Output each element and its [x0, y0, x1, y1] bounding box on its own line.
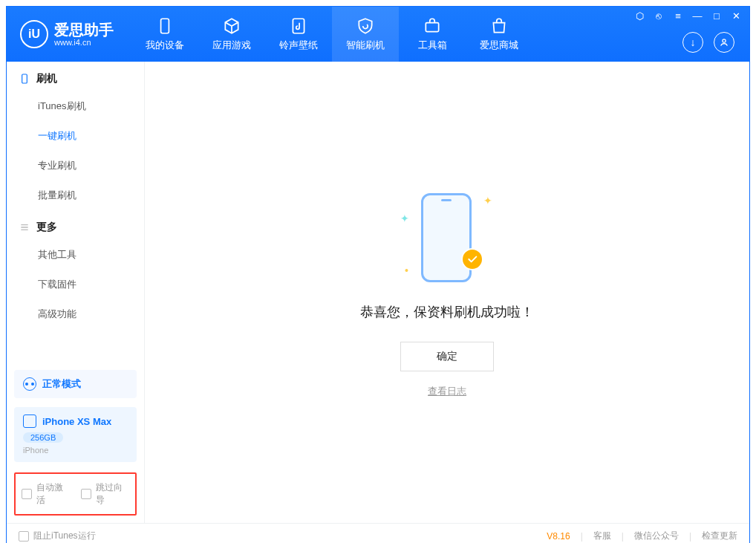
svg-point-3 — [723, 39, 726, 42]
separator: | — [622, 531, 624, 542]
device-icon — [19, 73, 30, 85]
svg-rect-4 — [22, 74, 27, 83]
version-label: V8.16 — [547, 531, 570, 542]
checkbox-icon[interactable] — [22, 489, 32, 499]
skip-guide-option[interactable]: 跳过向导 — [81, 481, 130, 507]
support-link[interactable]: 客服 — [593, 530, 611, 542]
list-icon — [19, 221, 30, 233]
separator: | — [689, 531, 691, 542]
header: iU 爱思助手 www.i4.cn 我的设备 应用游戏 铃声壁纸 智能刷机 — [7, 7, 749, 62]
minimize-button[interactable]: — — [691, 10, 703, 22]
brand-subtitle: www.i4.cn — [54, 38, 114, 47]
main-panel: ✦ ✦ • 恭喜您，保资料刷机成功啦！ 确定 查看日志 — [145, 62, 749, 523]
brand-logo-icon: iU — [20, 20, 48, 48]
sidebar-item-download-firmware[interactable]: 下载固件 — [7, 270, 144, 299]
sidebar-item-advanced[interactable]: 高级功能 — [7, 299, 144, 329]
window-controls: ⬡ ⎋ ≡ — □ ✕ — [633, 10, 742, 22]
sidebar-group-flash: 刷机 — [7, 62, 144, 91]
block-itunes-option[interactable]: 阻止iTunes运行 — [19, 530, 96, 542]
separator: | — [581, 531, 583, 542]
tab-my-device[interactable]: 我的设备 — [131, 7, 198, 62]
maximize-button[interactable]: □ — [711, 10, 723, 22]
tab-label: 铃声壁纸 — [279, 39, 318, 52]
sidebar-group-more: 更多 — [7, 210, 144, 240]
mode-label: 正常模式 — [42, 377, 81, 391]
success-message: 恭喜您，保资料刷机成功啦！ — [360, 303, 534, 321]
tab-label: 爱思商城 — [480, 39, 518, 52]
tab-ringtones[interactable]: 铃声壁纸 — [265, 7, 332, 62]
sidebar: 刷机 iTunes刷机 一键刷机 专业刷机 批量刷机 更多 其他工具 下载固件 … — [7, 62, 145, 523]
shirt-icon[interactable]: ⬡ — [633, 10, 645, 22]
close-button[interactable]: ✕ — [730, 10, 742, 22]
tab-label: 我的设备 — [146, 39, 184, 52]
tab-label: 工具箱 — [418, 39, 447, 52]
app-window: iU 爱思助手 www.i4.cn 我的设备 应用游戏 铃声壁纸 智能刷机 — [6, 6, 750, 543]
tab-label: 应用游戏 — [212, 39, 251, 52]
tab-toolbox[interactable]: 工具箱 — [399, 7, 466, 62]
header-right-icons: ↓ — [682, 32, 734, 53]
option-label: 自动激活 — [36, 481, 71, 507]
brand-title: 爱思助手 — [54, 22, 114, 38]
mode-card[interactable]: 正常模式 — [14, 370, 137, 398]
svg-rect-2 — [426, 23, 438, 32]
option-label: 跳过向导 — [96, 481, 130, 507]
lock-icon[interactable]: ⎋ — [653, 10, 665, 22]
device-name: iPhone XS Max — [42, 416, 111, 427]
wechat-link[interactable]: 微信公众号 — [634, 530, 679, 542]
sparkle-icon: ✦ — [483, 195, 492, 207]
svg-rect-0 — [161, 19, 169, 33]
tab-apps[interactable]: 应用游戏 — [198, 7, 265, 62]
bag-icon — [489, 16, 509, 36]
menu-icon[interactable]: ≡ — [672, 10, 684, 22]
storage-badge: 256GB — [23, 432, 63, 443]
footer: 阻止iTunes运行 V8.16 | 客服 | 微信公众号 | 检查更新 — [7, 523, 749, 543]
mode-icon — [23, 377, 36, 391]
download-icon[interactable]: ↓ — [682, 32, 703, 53]
sidebar-item-batch-flash[interactable]: 批量刷机 — [7, 181, 144, 210]
shield-refresh-icon — [356, 16, 375, 36]
sparkle-icon: • — [405, 264, 408, 276]
cube-icon — [222, 16, 241, 36]
user-icon[interactable] — [714, 32, 734, 53]
sidebar-item-pro-flash[interactable]: 专业刷机 — [7, 151, 144, 181]
footer-label: 阻止iTunes运行 — [33, 530, 96, 542]
body: 刷机 iTunes刷机 一键刷机 专业刷机 批量刷机 更多 其他工具 下载固件 … — [7, 62, 749, 523]
success-illustration: ✦ ✦ • — [406, 187, 488, 284]
sidebar-item-oneclick-flash[interactable]: 一键刷机 — [7, 121, 144, 151]
options-box: 自动激活 跳过向导 — [14, 472, 137, 516]
tab-label: 智能刷机 — [346, 39, 385, 52]
check-update-link[interactable]: 检查更新 — [702, 530, 737, 542]
tab-flash[interactable]: 智能刷机 — [332, 7, 399, 62]
top-tabs: 我的设备 应用游戏 铃声壁纸 智能刷机 工具箱 爱思商城 — [131, 7, 532, 62]
checkbox-icon[interactable] — [81, 489, 91, 499]
brand: iU 爱思助手 www.i4.cn — [20, 20, 114, 48]
group-title: 更多 — [36, 221, 57, 234]
device-small-icon — [23, 414, 36, 428]
tab-store[interactable]: 爱思商城 — [466, 7, 532, 62]
toolbox-icon — [423, 16, 442, 36]
sidebar-item-itunes-flash[interactable]: iTunes刷机 — [7, 91, 144, 121]
group-title: 刷机 — [36, 72, 57, 85]
check-badge-icon — [461, 248, 483, 270]
sidebar-item-other-tools[interactable]: 其他工具 — [7, 240, 144, 270]
phone-outline-icon — [421, 193, 472, 282]
sparkle-icon: ✦ — [400, 212, 409, 224]
svg-rect-1 — [293, 19, 304, 33]
checkbox-icon[interactable] — [19, 531, 29, 542]
auto-activate-option[interactable]: 自动激活 — [22, 481, 71, 507]
device-card[interactable]: iPhone XS Max 256GB iPhone — [14, 407, 137, 462]
phone-icon — [155, 16, 175, 36]
ok-button[interactable]: 确定 — [400, 342, 494, 371]
music-file-icon — [289, 16, 308, 36]
device-type: iPhone — [23, 446, 128, 455]
view-log-link[interactable]: 查看日志 — [428, 385, 466, 398]
